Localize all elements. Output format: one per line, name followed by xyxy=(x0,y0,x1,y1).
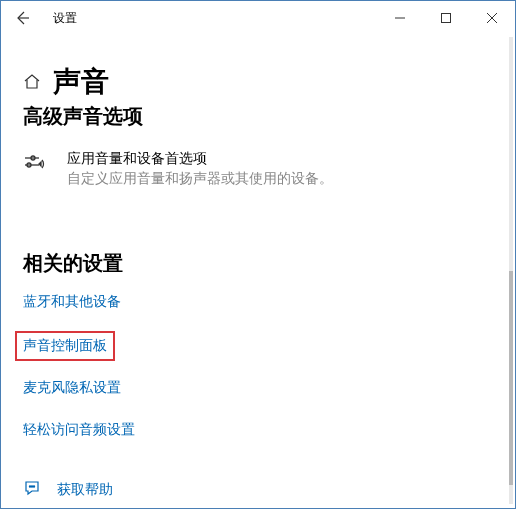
back-button[interactable] xyxy=(7,3,37,33)
svg-point-8 xyxy=(29,486,30,487)
minimize-button[interactable] xyxy=(377,3,423,33)
svg-point-9 xyxy=(31,486,32,487)
app-volume-title: 应用音量和设备首选项 xyxy=(67,150,333,168)
maximize-icon xyxy=(441,13,451,23)
scrollbar[interactable] xyxy=(509,37,513,504)
page-title: 声音 xyxy=(53,63,109,101)
svg-point-10 xyxy=(33,486,34,487)
chat-help-icon xyxy=(23,479,43,501)
section-heading-advanced: 高级声音选项 xyxy=(23,103,493,130)
home-icon[interactable] xyxy=(23,72,41,94)
maximize-button[interactable] xyxy=(423,3,469,33)
link-sound-control-panel[interactable]: 声音控制面板 xyxy=(15,331,115,361)
arrow-left-icon xyxy=(14,10,30,26)
window-title: 设置 xyxy=(53,10,77,27)
sliders-icon xyxy=(23,152,53,188)
link-microphone-privacy[interactable]: 麦克风隐私设置 xyxy=(23,379,493,397)
get-help-label: 获取帮助 xyxy=(57,481,113,499)
related-settings-heading: 相关的设置 xyxy=(23,250,493,277)
svg-rect-1 xyxy=(442,14,451,23)
link-bluetooth-devices[interactable]: 蓝牙和其他设备 xyxy=(23,293,493,311)
scrollbar-thumb[interactable] xyxy=(509,271,513,486)
app-volume-subtitle: 自定义应用音量和扬声器或其使用的设备。 xyxy=(67,170,333,188)
app-volume-setting[interactable]: 应用音量和设备首选项 自定义应用音量和扬声器或其使用的设备。 xyxy=(23,150,493,188)
link-ease-of-access-audio[interactable]: 轻松访问音频设置 xyxy=(23,421,493,439)
minimize-icon xyxy=(395,13,405,23)
get-help-link[interactable]: 获取帮助 xyxy=(23,479,493,501)
close-button[interactable] xyxy=(469,3,515,33)
close-icon xyxy=(487,13,497,23)
